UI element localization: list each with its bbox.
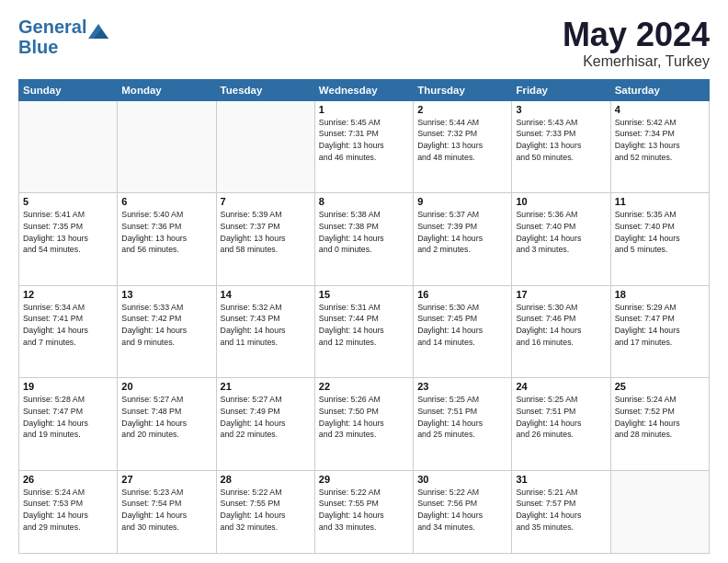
day-cell: 7Sunrise: 5:39 AM Sunset: 7:37 PM Daylig… xyxy=(216,193,314,285)
day-info: Sunrise: 5:41 AM Sunset: 7:35 PM Dayligh… xyxy=(23,209,113,256)
day-cell: 4Sunrise: 5:42 AM Sunset: 7:34 PM Daylig… xyxy=(610,100,709,192)
day-number: 22 xyxy=(319,381,409,392)
day-cell: 31Sunrise: 5:21 AM Sunset: 7:57 PM Dayli… xyxy=(512,470,610,553)
day-info: Sunrise: 5:39 AM Sunset: 7:37 PM Dayligh… xyxy=(221,209,311,256)
day-info: Sunrise: 5:27 AM Sunset: 7:49 PM Dayligh… xyxy=(221,394,311,441)
day-number: 25 xyxy=(615,381,705,392)
day-number: 21 xyxy=(221,381,311,392)
month-year: May 2024 xyxy=(563,17,710,53)
day-number: 18 xyxy=(615,289,705,300)
day-number: 3 xyxy=(516,104,606,115)
day-number: 13 xyxy=(121,289,211,300)
day-info: Sunrise: 5:26 AM Sunset: 7:50 PM Dayligh… xyxy=(319,394,409,441)
day-cell xyxy=(610,470,709,553)
col-header-monday: Monday xyxy=(118,79,216,100)
col-header-tuesday: Tuesday xyxy=(216,79,314,100)
day-cell: 6Sunrise: 5:40 AM Sunset: 7:36 PM Daylig… xyxy=(118,193,216,285)
day-info: Sunrise: 5:21 AM Sunset: 7:57 PM Dayligh… xyxy=(516,487,606,534)
day-number: 7 xyxy=(221,196,311,207)
day-info: Sunrise: 5:32 AM Sunset: 7:43 PM Dayligh… xyxy=(221,302,311,349)
day-cell xyxy=(216,100,314,192)
day-cell: 30Sunrise: 5:22 AM Sunset: 7:56 PM Dayli… xyxy=(414,470,512,553)
week-row-4: 19Sunrise: 5:28 AM Sunset: 7:47 PM Dayli… xyxy=(19,378,710,470)
day-number: 23 xyxy=(417,381,507,392)
day-number: 26 xyxy=(23,474,113,485)
day-number: 17 xyxy=(516,289,606,300)
day-info: Sunrise: 5:24 AM Sunset: 7:52 PM Dayligh… xyxy=(615,394,705,441)
logo: GeneralBlue xyxy=(18,17,108,57)
day-number: 30 xyxy=(417,474,507,485)
day-info: Sunrise: 5:22 AM Sunset: 7:56 PM Dayligh… xyxy=(417,487,507,534)
day-info: Sunrise: 5:22 AM Sunset: 7:55 PM Dayligh… xyxy=(319,487,409,534)
col-header-thursday: Thursday xyxy=(414,79,512,100)
day-number: 27 xyxy=(121,474,211,485)
day-cell: 21Sunrise: 5:27 AM Sunset: 7:49 PM Dayli… xyxy=(216,378,314,470)
week-row-5: 26Sunrise: 5:24 AM Sunset: 7:53 PM Dayli… xyxy=(19,470,710,553)
col-header-saturday: Saturday xyxy=(610,79,709,100)
day-cell: 19Sunrise: 5:28 AM Sunset: 7:47 PM Dayli… xyxy=(19,378,118,470)
day-cell: 27Sunrise: 5:23 AM Sunset: 7:54 PM Dayli… xyxy=(118,470,216,553)
day-cell: 11Sunrise: 5:35 AM Sunset: 7:40 PM Dayli… xyxy=(610,193,709,285)
header-row: SundayMondayTuesdayWednesdayThursdayFrid… xyxy=(19,79,710,100)
calendar-page: GeneralBlue May 2024 Kemerhisar, Turkey … xyxy=(0,0,728,563)
day-info: Sunrise: 5:25 AM Sunset: 7:51 PM Dayligh… xyxy=(417,394,507,441)
day-cell: 22Sunrise: 5:26 AM Sunset: 7:50 PM Dayli… xyxy=(314,378,413,470)
day-number: 9 xyxy=(417,196,507,207)
day-info: Sunrise: 5:27 AM Sunset: 7:48 PM Dayligh… xyxy=(121,394,211,441)
day-number: 5 xyxy=(23,196,113,207)
day-number: 4 xyxy=(615,104,705,115)
day-number: 29 xyxy=(319,474,409,485)
day-number: 31 xyxy=(516,474,606,485)
day-cell: 25Sunrise: 5:24 AM Sunset: 7:52 PM Dayli… xyxy=(610,378,709,470)
week-row-1: 1Sunrise: 5:45 AM Sunset: 7:31 PM Daylig… xyxy=(19,100,710,192)
day-info: Sunrise: 5:36 AM Sunset: 7:40 PM Dayligh… xyxy=(516,209,606,256)
week-row-2: 5Sunrise: 5:41 AM Sunset: 7:35 PM Daylig… xyxy=(19,193,710,285)
day-cell: 18Sunrise: 5:29 AM Sunset: 7:47 PM Dayli… xyxy=(610,285,709,377)
day-info: Sunrise: 5:22 AM Sunset: 7:55 PM Dayligh… xyxy=(221,487,311,534)
day-number: 8 xyxy=(319,196,409,207)
col-header-friday: Friday xyxy=(512,79,610,100)
day-number: 19 xyxy=(23,381,113,392)
day-cell: 13Sunrise: 5:33 AM Sunset: 7:42 PM Dayli… xyxy=(118,285,216,377)
day-info: Sunrise: 5:42 AM Sunset: 7:34 PM Dayligh… xyxy=(615,117,705,164)
day-number: 12 xyxy=(23,289,113,300)
day-info: Sunrise: 5:34 AM Sunset: 7:41 PM Dayligh… xyxy=(23,302,113,349)
col-header-sunday: Sunday xyxy=(19,79,118,100)
day-cell: 9Sunrise: 5:37 AM Sunset: 7:39 PM Daylig… xyxy=(414,193,512,285)
day-info: Sunrise: 5:37 AM Sunset: 7:39 PM Dayligh… xyxy=(417,209,507,256)
day-number: 10 xyxy=(516,196,606,207)
week-row-3: 12Sunrise: 5:34 AM Sunset: 7:41 PM Dayli… xyxy=(19,285,710,377)
day-cell: 24Sunrise: 5:25 AM Sunset: 7:51 PM Dayli… xyxy=(512,378,610,470)
day-info: Sunrise: 5:30 AM Sunset: 7:45 PM Dayligh… xyxy=(417,302,507,349)
day-cell: 14Sunrise: 5:32 AM Sunset: 7:43 PM Dayli… xyxy=(216,285,314,377)
day-cell: 28Sunrise: 5:22 AM Sunset: 7:55 PM Dayli… xyxy=(216,470,314,553)
day-cell: 29Sunrise: 5:22 AM Sunset: 7:55 PM Dayli… xyxy=(314,470,413,553)
day-info: Sunrise: 5:31 AM Sunset: 7:44 PM Dayligh… xyxy=(319,302,409,349)
day-cell: 5Sunrise: 5:41 AM Sunset: 7:35 PM Daylig… xyxy=(19,193,118,285)
day-info: Sunrise: 5:44 AM Sunset: 7:32 PM Dayligh… xyxy=(417,117,507,164)
day-cell xyxy=(19,100,118,192)
day-cell: 12Sunrise: 5:34 AM Sunset: 7:41 PM Dayli… xyxy=(19,285,118,377)
day-info: Sunrise: 5:28 AM Sunset: 7:47 PM Dayligh… xyxy=(23,394,113,441)
day-cell: 15Sunrise: 5:31 AM Sunset: 7:44 PM Dayli… xyxy=(314,285,413,377)
day-info: Sunrise: 5:35 AM Sunset: 7:40 PM Dayligh… xyxy=(615,209,705,256)
title-block: May 2024 Kemerhisar, Turkey xyxy=(563,17,710,70)
logo-text: GeneralBlue xyxy=(18,17,86,57)
day-number: 15 xyxy=(319,289,409,300)
day-info: Sunrise: 5:30 AM Sunset: 7:46 PM Dayligh… xyxy=(516,302,606,349)
day-number: 14 xyxy=(221,289,311,300)
day-number: 16 xyxy=(417,289,507,300)
day-info: Sunrise: 5:40 AM Sunset: 7:36 PM Dayligh… xyxy=(121,209,211,256)
day-cell: 17Sunrise: 5:30 AM Sunset: 7:46 PM Dayli… xyxy=(512,285,610,377)
day-cell: 26Sunrise: 5:24 AM Sunset: 7:53 PM Dayli… xyxy=(19,470,118,553)
day-cell: 20Sunrise: 5:27 AM Sunset: 7:48 PM Dayli… xyxy=(118,378,216,470)
logo-icon xyxy=(88,22,108,42)
calendar-table: SundayMondayTuesdayWednesdayThursdayFrid… xyxy=(18,79,710,554)
day-cell: 8Sunrise: 5:38 AM Sunset: 7:38 PM Daylig… xyxy=(314,193,413,285)
day-info: Sunrise: 5:29 AM Sunset: 7:47 PM Dayligh… xyxy=(615,302,705,349)
day-cell: 10Sunrise: 5:36 AM Sunset: 7:40 PM Dayli… xyxy=(512,193,610,285)
location: Kemerhisar, Turkey xyxy=(563,53,710,70)
header: GeneralBlue May 2024 Kemerhisar, Turkey xyxy=(18,17,710,70)
day-cell: 2Sunrise: 5:44 AM Sunset: 7:32 PM Daylig… xyxy=(414,100,512,192)
day-number: 24 xyxy=(516,381,606,392)
